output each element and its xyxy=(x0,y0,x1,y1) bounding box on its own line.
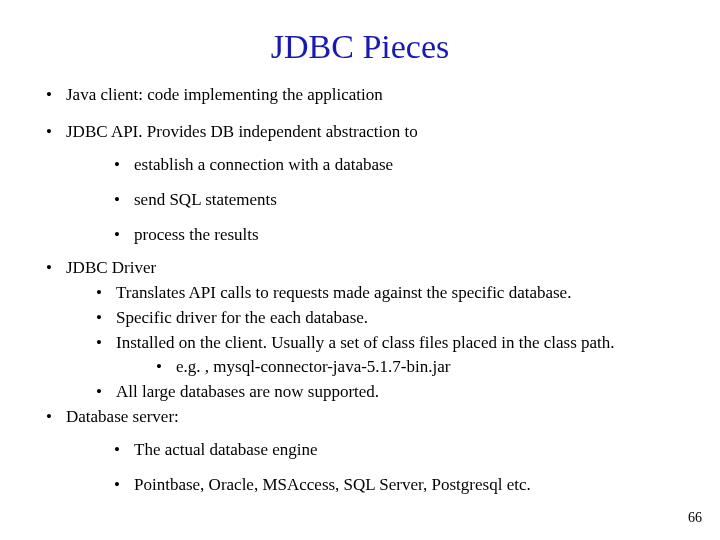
list-item-text: send SQL statements xyxy=(134,190,277,209)
list-item: Database server: The actual database eng… xyxy=(40,406,680,497)
list-item: send SQL statements xyxy=(108,189,680,212)
list-item: Specific driver for the each database. xyxy=(90,307,680,330)
slide-title: JDBC Pieces xyxy=(40,28,680,66)
list-item: Installed on the client. Usually a set o… xyxy=(90,332,680,380)
list-item: process the results xyxy=(108,224,680,247)
list-item-text: The actual database engine xyxy=(134,440,318,459)
list-item: Pointbase, Oracle, MSAccess, SQL Server,… xyxy=(108,474,680,497)
sub-sub-list: e.g. , mysql-connector-java-5.1.7-bin.ja… xyxy=(150,356,680,379)
slide: JDBC Pieces Java client: code implementi… xyxy=(0,0,720,540)
main-list: Java client: code implementing the appli… xyxy=(40,84,680,247)
list-item: Java client: code implementing the appli… xyxy=(40,84,680,107)
main-list-cont: JDBC Driver Translates API calls to requ… xyxy=(40,257,680,497)
list-item-text: establish a connection with a database xyxy=(134,155,393,174)
list-item-text: All large databases are now supported. xyxy=(116,382,379,401)
list-item: e.g. , mysql-connector-java-5.1.7-bin.ja… xyxy=(150,356,680,379)
list-item-text: JDBC Driver xyxy=(66,258,156,277)
list-item: JDBC API. Provides DB independent abstra… xyxy=(40,121,680,247)
list-item-text: Java client: code implementing the appli… xyxy=(66,85,383,104)
sub-list: Translates API calls to requests made ag… xyxy=(90,282,680,405)
list-item-text: Database server: xyxy=(66,407,179,426)
list-item: Translates API calls to requests made ag… xyxy=(90,282,680,305)
list-item-text: process the results xyxy=(134,225,259,244)
sub-list: The actual database engine Pointbase, Or… xyxy=(108,439,680,497)
list-item-text: Specific driver for the each database. xyxy=(116,308,368,327)
list-item: The actual database engine xyxy=(108,439,680,462)
list-item-text: Installed on the client. Usually a set o… xyxy=(116,333,615,352)
list-item: establish a connection with a database xyxy=(108,154,680,177)
list-item-text: Pointbase, Oracle, MSAccess, SQL Server,… xyxy=(134,475,531,494)
list-item-text: Translates API calls to requests made ag… xyxy=(116,283,571,302)
list-item-text: e.g. , mysql-connector-java-5.1.7-bin.ja… xyxy=(176,357,450,376)
page-number: 66 xyxy=(688,510,702,526)
sub-list: establish a connection with a database s… xyxy=(108,154,680,247)
list-item: All large databases are now supported. xyxy=(90,381,680,404)
list-item-text: JDBC API. Provides DB independent abstra… xyxy=(66,122,418,141)
list-item: JDBC Driver Translates API calls to requ… xyxy=(40,257,680,405)
